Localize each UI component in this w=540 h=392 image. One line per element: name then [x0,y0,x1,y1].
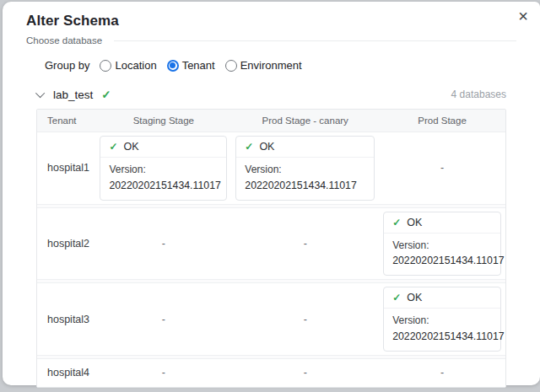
prod-stage-cell: - [379,158,505,177]
empty-value: - [304,367,307,379]
version-value: 20220202151434.11017 [109,178,218,194]
version-card-hospital3-prod[interactable]: ✓ OK Version: 20220202151434.11017 [383,287,501,352]
radio-icon-environment[interactable] [225,60,237,72]
version-label: Version: [392,238,492,254]
status-label: OK [123,141,138,153]
radio-option-environment[interactable]: Environment [225,59,302,72]
staging-stage-cell: ✓ OK Version: 20220202151434.11017 [95,132,231,204]
version-label: Version: [109,162,218,178]
column-header-prod-stage-canary: Prod Stage - canary [231,115,379,126]
radio-label-location: Location [115,59,156,72]
version-value: 20220202151434.11017 [392,329,492,345]
subtitle-divider [114,40,516,41]
table-row-hospital2: hospital2 - - ✓ OK Version: 202202021514… [37,208,505,280]
database-group-name: lab_test [53,89,93,101]
table-row-hospital3: hospital3 - - ✓ OK Version: 202202021514… [37,283,505,355]
table-header-row: Tenant Staging Stage Prod Stage - canary… [37,110,505,132]
version-card-body: Version: 20220202151434.11017 [384,234,500,276]
version-card-hospital2-prod[interactable]: ✓ OK Version: 20220202151434.11017 [383,212,501,277]
radio-icon-location[interactable] [100,60,111,72]
group-by-label: Group by [45,59,89,72]
empty-value: - [304,238,307,250]
version-card-status: ✓ OK [384,287,500,309]
prod-canary-cell: - [231,234,379,253]
dialog-header: Alter Schema Choose database [3,2,540,46]
version-label: Version: [392,313,492,329]
version-value: 20220202151434.11017 [245,178,365,194]
check-icon: ✓ [392,217,401,228]
empty-value: - [440,162,444,174]
empty-value: - [304,314,307,325]
tenant-cell: hospital4 [37,367,95,379]
staging-stage-cell: - [95,363,231,382]
column-header-staging-stage: Staging Stage [95,115,231,126]
status-label: OK [259,141,274,153]
empty-value: - [162,314,165,325]
radio-label-tenant: Tenant [182,59,215,72]
prod-stage-cell: - [379,363,505,382]
prod-canary-cell: - [231,310,379,329]
version-card-status: ✓ OK [100,137,226,158]
tenant-cell: hospital1 [37,162,95,174]
page-title: Alter Schema [26,13,516,30]
version-value: 20220202151434.11017 [392,253,492,269]
group-by-radio-group: Group by Location Tenant Environment [45,59,516,72]
prod-stage-cell: ✓ OK Version: 20220202151434.11017 [379,283,505,355]
column-header-tenant: Tenant [37,115,95,126]
tenant-cell: hospital3 [37,314,95,325]
version-card-body: Version: 20220202151434.11017 [384,309,500,351]
table-row-hospital1: hospital1 ✓ OK Version: 20220202151434.1… [37,132,505,204]
check-icon: ✓ [245,141,253,153]
version-card-status: ✓ OK [384,212,500,234]
radio-option-location[interactable]: Location [100,59,156,72]
staging-stage-cell: - [95,310,231,329]
staging-stage-cell: - [95,234,231,253]
column-header-prod-stage: Prod Stage [379,115,505,126]
version-label: Version: [245,162,365,178]
chevron-down-icon[interactable] [35,89,45,98]
group-status-check-icon: ✓ [101,88,111,101]
empty-value: - [162,238,165,250]
version-card-status: ✓ OK [236,137,374,158]
version-card-hospital1-staging[interactable]: ✓ OK Version: 20220202151434.11017 [100,136,227,201]
status-label: OK [407,217,422,228]
alter-schema-dialog: × Alter Schema Choose database Group by … [3,2,540,385]
database-count-label: 4 databases [451,89,506,100]
dialog-subtitle: Choose database [26,35,102,46]
status-label: OK [407,292,422,303]
version-card-hospital1-prod-canary[interactable]: ✓ OK Version: 20220202151434.11017 [235,136,375,201]
check-icon: ✓ [392,292,401,303]
empty-value: - [162,367,165,379]
prod-canary-cell: ✓ OK Version: 20220202151434.11017 [231,132,379,204]
table-row-hospital4: hospital4 - - - [37,359,505,387]
check-icon: ✓ [109,141,117,153]
version-card-body: Version: 20220202151434.11017 [236,158,374,200]
radio-icon-tenant[interactable] [167,60,179,72]
prod-stage-cell: ✓ OK Version: 20220202151434.11017 [379,208,505,280]
empty-value: - [440,367,444,379]
radio-label-environment: Environment [240,59,302,72]
close-icon[interactable]: × [518,7,528,25]
tenant-cell: hospital2 [37,238,95,250]
subtitle-row: Choose database [26,35,516,46]
prod-canary-cell: - [231,363,379,382]
databases-table: Tenant Staging Stage Prod Stage - canary… [36,109,506,388]
database-group-header: lab_test ✓ 4 databases [36,88,506,101]
version-card-body: Version: 20220202151434.11017 [100,158,226,200]
radio-option-tenant[interactable]: Tenant [167,59,215,72]
